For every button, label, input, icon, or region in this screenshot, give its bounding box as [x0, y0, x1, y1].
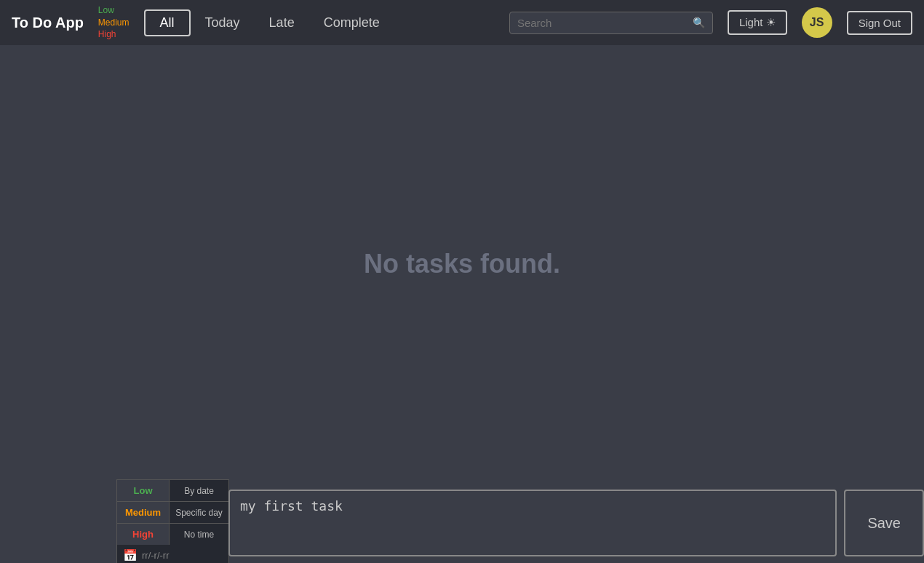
bottom-form: Low By date Medium Specific day High No …	[0, 483, 924, 563]
avatar: JS	[802, 7, 832, 38]
priority-low-label: Low	[98, 4, 130, 17]
app-logo: To Do App	[12, 15, 84, 31]
empty-state-text: No tasks found.	[364, 249, 560, 279]
nav-today-button[interactable]: Today	[191, 11, 255, 35]
nav-complete-button[interactable]: Complete	[309, 11, 394, 35]
by-date-option: By date	[170, 480, 228, 501]
nav-all-button[interactable]: All	[144, 9, 191, 36]
search-container: 🔍	[509, 12, 713, 34]
priority-row-medium[interactable]: Medium Specific day	[116, 501, 229, 523]
navbar: To Do App Low Medium High All Today Late…	[0, 0, 924, 45]
no-time-option: No time	[170, 524, 228, 545]
priority-row-high[interactable]: High No time	[116, 523, 229, 545]
nav-buttons: All Today Late Complete	[144, 9, 394, 36]
priority-row-low[interactable]: Low By date	[116, 479, 229, 501]
priority-high-option: High	[117, 524, 170, 545]
search-icon: 🔍	[693, 17, 705, 28]
priority-low-option: Low	[117, 480, 170, 501]
theme-toggle-button[interactable]: Light ☀	[728, 10, 787, 35]
nav-late-button[interactable]: Late	[255, 11, 309, 35]
calendar-icon: 📅	[123, 548, 138, 562]
priority-high-label: High	[98, 28, 130, 41]
search-input[interactable]	[517, 17, 688, 29]
main-content: No tasks found.	[0, 45, 924, 483]
specific-day-option: Specific day	[170, 502, 228, 523]
save-button[interactable]: Save	[844, 490, 924, 556]
priority-date-panel: Low By date Medium Specific day High No …	[116, 479, 229, 563]
priority-medium-option: Medium	[117, 502, 170, 523]
priority-medium-label: Medium	[98, 17, 130, 29]
date-placeholder: rr/-r/-rr	[142, 550, 170, 561]
signout-button[interactable]: Sign Out	[847, 11, 912, 35]
task-input-container: my first task	[228, 490, 837, 556]
date-row[interactable]: 📅 rr/-r/-rr	[116, 545, 229, 563]
task-input[interactable]: my first task	[240, 498, 825, 548]
priority-legend: Low Medium High	[98, 4, 130, 41]
